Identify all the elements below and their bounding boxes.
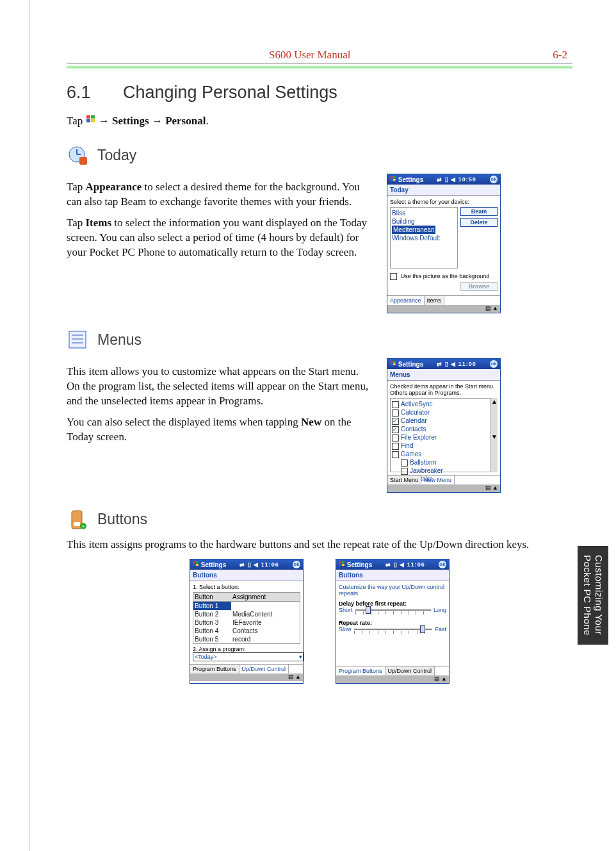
menu-checkbox-item[interactable]: Calculator (392, 408, 489, 417)
menus-para-2: You can also select the displayed items … (67, 415, 374, 445)
svg-text:+: + (82, 524, 85, 529)
theme-item-selected[interactable]: Mediterranean (392, 226, 456, 234)
tab-program-buttons[interactable]: Program Buttons (336, 666, 385, 675)
svg-rect-11 (393, 179, 396, 181)
beam-button[interactable]: Beam (460, 207, 498, 216)
doc-header-title: S600 User Manual (269, 49, 350, 62)
start-flag-icon (193, 561, 199, 567)
doc-page-number: 6-2 (553, 49, 567, 62)
svg-rect-12 (69, 331, 86, 348)
svg-rect-21 (74, 522, 80, 526)
button-row[interactable]: Button 2MediaContent (193, 610, 300, 618)
svg-rect-25 (196, 561, 199, 563)
theme-item[interactable]: Windows Default (392, 234, 456, 242)
buttons-icon: + (67, 508, 90, 531)
ok-icon[interactable]: ok (490, 360, 498, 368)
today-para-2: Tap Items to select the information you … (67, 216, 374, 260)
intro-text: Tap → Settings → Personal. (67, 114, 572, 129)
svg-rect-1 (91, 115, 95, 119)
section-heading: 6.1Changing Personal Settings (67, 83, 572, 103)
menus-heading: Menus (97, 331, 142, 349)
browse-button[interactable]: Browse (460, 282, 498, 291)
button-row[interactable]: Button 1 (193, 602, 300, 610)
start-flag-icon (390, 360, 396, 367)
today-para-1: Tap Appearance to select a desired theme… (67, 180, 374, 210)
svg-rect-9 (393, 176, 396, 178)
svg-rect-0 (86, 115, 90, 119)
menu-checkbox-item[interactable]: Ballstorm (392, 458, 489, 467)
start-flag-icon (86, 114, 96, 124)
start-flag-icon (339, 561, 345, 567)
tab-start-menu[interactable]: Start Menu (387, 475, 421, 484)
svg-rect-2 (86, 119, 90, 122)
delete-button[interactable]: Delete (460, 218, 498, 227)
start-flag-icon (390, 176, 396, 182)
button-row[interactable]: Button 5record (193, 635, 300, 643)
menus-para-1: This item allows you to customize what a… (67, 365, 374, 409)
tab-program-buttons[interactable]: Program Buttons (190, 665, 239, 673)
buttons-para: This item assigns programs to the hardwa… (67, 538, 572, 552)
menu-checkbox-item[interactable]: Calendar (392, 417, 489, 425)
pda-screenshot-today: Settings ⇄ ▯ ◀ 10:59 ok Today Select a t… (387, 174, 501, 313)
svg-rect-26 (193, 564, 196, 566)
ok-icon[interactable]: ok (439, 561, 446, 568)
pda-screenshot-buttons-program: Settings ⇄ ▯ ◀ 11:06 ok Buttons 1. Selec… (190, 559, 304, 684)
menu-checkbox-item[interactable]: Games (392, 450, 489, 458)
menus-icon (67, 329, 90, 352)
svg-rect-17 (393, 361, 396, 363)
menu-checkbox-item[interactable]: File Explorer (392, 433, 489, 442)
svg-rect-7 (79, 157, 87, 165)
svg-rect-29 (342, 561, 344, 563)
svg-rect-18 (391, 363, 393, 365)
today-heading: Today (97, 147, 136, 164)
assign-program-select[interactable]: <Today>▾ (193, 652, 304, 661)
tab-appearance[interactable]: Appearance (387, 296, 425, 305)
menu-checkbox-item[interactable]: Find (392, 442, 489, 450)
svg-rect-27 (196, 564, 199, 566)
svg-rect-28 (339, 561, 342, 563)
delay-slider[interactable]: Short Long (339, 607, 446, 613)
ok-icon[interactable]: ok (490, 176, 498, 183)
menu-checkbox-item[interactable]: ActiveSync (392, 400, 489, 408)
buttons-heading: Buttons (97, 511, 147, 528)
svg-rect-8 (391, 176, 393, 178)
svg-rect-19 (393, 363, 396, 365)
tab-new-menu[interactable]: New Menu (421, 475, 455, 484)
svg-rect-16 (391, 361, 393, 363)
tab-items[interactable]: Items (425, 296, 444, 305)
svg-rect-3 (91, 119, 95, 122)
scrollbar[interactable]: ▲▼ (491, 398, 498, 472)
today-icon (67, 144, 90, 167)
button-row[interactable]: Button 3IEFavorite (193, 618, 300, 627)
pda-screenshot-buttons-updown: Settings ⇄ ▯ ◀ 11:06 ok Buttons Customiz… (336, 559, 450, 684)
svg-rect-10 (391, 179, 393, 181)
use-bg-checkbox[interactable] (390, 273, 397, 280)
tab-updown-control[interactable]: Up/Down Control (239, 665, 289, 673)
rate-slider[interactable]: Slow Fast (339, 626, 446, 632)
tab-updown-control[interactable]: Up/Down Control (385, 666, 435, 675)
menu-checkbox-item[interactable]: Jawbreaker (392, 467, 489, 475)
svg-rect-31 (342, 564, 344, 566)
svg-rect-24 (193, 561, 196, 563)
pda-screenshot-menus: Settings ⇄ ▯ ◀ 11:00 ok Menus Checked it… (387, 358, 501, 493)
theme-item[interactable]: Bliss (392, 209, 456, 217)
menu-checkbox-item[interactable]: Contacts (392, 425, 489, 433)
ok-icon[interactable]: ok (293, 561, 300, 568)
button-row[interactable]: Button 4Contacts (193, 627, 300, 635)
side-chapter-tab: Customizing YourPocket PC Phone (578, 546, 608, 645)
svg-rect-30 (339, 564, 342, 566)
theme-item[interactable]: Building (392, 217, 456, 226)
